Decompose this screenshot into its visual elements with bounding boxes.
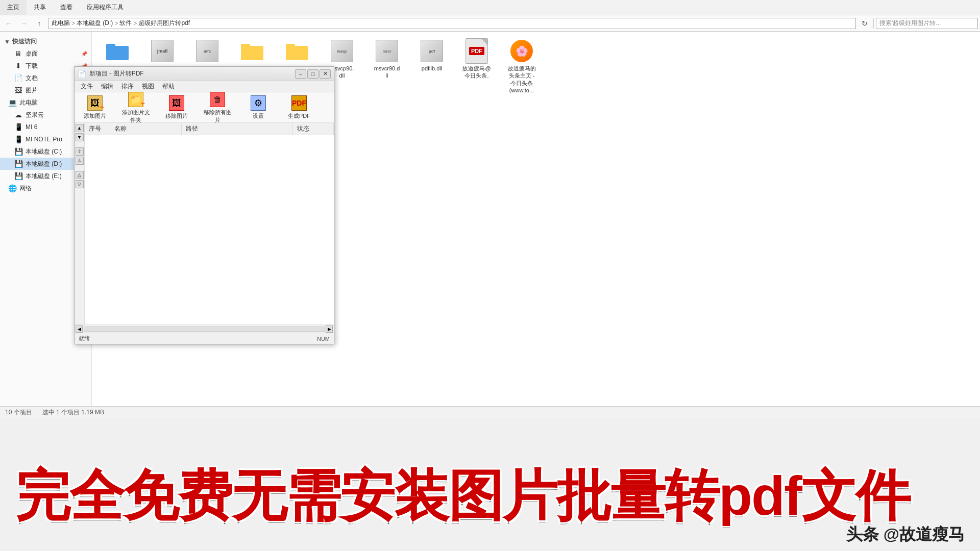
phone-icon-minote: 📱 <box>14 135 22 143</box>
tab-tools[interactable]: 应用程序工具 <box>80 0 131 15</box>
remove-all-icon: 🗑 <box>209 91 226 108</box>
search-box[interactable]: 搜索'超级好用图片转... <box>876 18 978 29</box>
generate-pdf-button[interactable]: PDF 生成PDF <box>284 95 314 120</box>
sidebar-label-desktop: 桌面 <box>26 49 38 58</box>
selected-info: 选中 1 个项目 1.19 MB <box>42 408 104 417</box>
scroll-top-button[interactable]: ⇧ <box>76 147 84 156</box>
list-item[interactable]: 🌸 故道疲马的头条主页 -今日头条(www.to... <box>501 37 542 96</box>
sidebar-item-desktop[interactable]: 🖥 桌面 📌 <box>0 47 91 60</box>
file-label: pdflib.dll <box>422 65 442 72</box>
menu-file[interactable]: 文件 <box>77 81 97 92</box>
address-path[interactable]: 此电脑 > 本地磁盘 (D:) > 软件 > 超级好用图片转pdf <box>48 18 856 29</box>
dialog-minimize-button[interactable]: − <box>295 69 306 79</box>
quick-access-label: 快速访问 <box>12 37 37 46</box>
dialog-title-icon: 📄 <box>78 70 86 78</box>
path-drive: 本地磁盘 (D:) <box>77 19 113 28</box>
sidebar-label-pc: 此电脑 <box>19 98 38 107</box>
scroll-page-up-button[interactable]: △ <box>76 171 84 179</box>
settings-button[interactable]: ⚙ 设置 <box>243 95 274 120</box>
drive-c-icon: 💾 <box>14 147 22 156</box>
hscroll-left-button[interactable]: ◀ <box>76 325 83 333</box>
profile-icon: 🌸 <box>509 39 534 63</box>
list-item[interactable]: mscr msvcr90.dll <box>366 37 407 96</box>
col-header-path: 路径 <box>182 123 293 135</box>
dialog-controls: − □ ✕ <box>295 69 331 79</box>
address-bar: ← → ↑ 此电脑 > 本地磁盘 (D:) > 软件 > 超级好用图片转pdf … <box>0 15 980 32</box>
drive-e-icon: 💾 <box>14 172 22 180</box>
sidebar-label-cloud: 坚果云 <box>26 111 44 119</box>
tab-view[interactable]: 查看 <box>53 0 80 15</box>
menu-edit[interactable]: 编辑 <box>97 81 117 92</box>
remove-image-button[interactable]: 🖼 移除图片 <box>161 95 192 120</box>
tab-home[interactable]: 主页 <box>0 0 27 15</box>
dialog-titlebar: 📄 新项目 - 图片转PDF − □ ✕ <box>75 67 334 81</box>
add-folder-button[interactable]: 📁 + 添加图片文件夹 <box>120 91 151 124</box>
list-item[interactable]: pdf pdflib.dll <box>411 37 452 96</box>
dialog-maximize-button[interactable]: □ <box>307 69 318 79</box>
menu-help[interactable]: 帮助 <box>158 81 179 92</box>
dialog-close-button[interactable]: ✕ <box>320 69 331 79</box>
sidebar-label-minote: MI NOTE Pro <box>26 136 62 143</box>
folder-icon-special <box>105 39 130 63</box>
watermark-sub-text: 头条 @故道瘦马 <box>831 523 980 551</box>
hscroll-track[interactable] <box>84 327 325 332</box>
scroll-up-button[interactable]: ▲ <box>76 124 84 132</box>
pin-icon: 📌 <box>81 51 87 57</box>
dialog-statusbar: 就绪 NUM <box>75 333 334 344</box>
sidebar-label-network: 网络 <box>19 184 32 193</box>
dialog-window: 📄 新项目 - 图片转PDF − □ ✕ 文件 编辑 排序 视图 帮助 🖼 + … <box>74 66 334 344</box>
col-header-num: 序号 <box>85 123 110 135</box>
dialog-hscroll: ◀ ▶ <box>75 324 334 333</box>
scroll-page-down-button[interactable]: ▽ <box>76 180 84 188</box>
tab-share[interactable]: 共享 <box>27 0 53 15</box>
up-button[interactable]: ↑ <box>33 18 46 29</box>
dll-icon-msvcr: mscr <box>375 39 399 63</box>
scroll-bottom-button[interactable]: ⇩ <box>76 157 84 165</box>
col-header-name: 名称 <box>110 123 182 135</box>
path-folder: 超级好用图片转pdf <box>138 19 190 28</box>
image-icon: 🖼 <box>14 86 22 94</box>
generate-pdf-icon: PDF <box>291 95 307 111</box>
settings-icon: ⚙ <box>250 95 266 111</box>
scroll-down-button[interactable]: ▼ <box>76 133 84 141</box>
back-button[interactable]: ← <box>2 18 15 29</box>
dialog-title-text: 新项目 - 图片转PDF <box>89 69 295 78</box>
remove-all-button[interactable]: 🗑 移除所有图片 <box>202 91 233 124</box>
hscroll-right-button[interactable]: ▶ <box>326 325 333 333</box>
search-placeholder: 搜索'超级好用图片转... <box>879 19 941 28</box>
forward-button[interactable]: → <box>17 18 31 29</box>
sidebar-label-image: 图片 <box>26 86 38 95</box>
network-icon: 🌐 <box>8 184 16 192</box>
sidebar-label-drive-d: 本地磁盘 (D:) <box>26 160 62 168</box>
sidebar-label-document: 文档 <box>26 74 38 83</box>
scroll-controls: ▲ ▼ ⇧ ⇩ △ ▽ <box>75 123 85 324</box>
menu-view[interactable]: 视图 <box>138 81 158 92</box>
quick-access-header[interactable]: ▼ 快速访问 <box>0 36 91 47</box>
dialog-list-area: 序号 名称 路径 状态 <box>85 123 334 324</box>
list-item[interactable]: PDF 故道疲马@今日头条. <box>456 37 497 96</box>
dll-icon-mfc90u: mfc <box>195 39 219 63</box>
add-folder-label: 添加图片文件夹 <box>120 109 151 124</box>
refresh-button[interactable]: ↻ <box>858 18 871 29</box>
folder-icon-crt <box>240 39 264 63</box>
dialog-toolbar: 🖼 + 添加图片 📁 + 添加图片文件夹 🖼 移除图片 <box>75 92 334 123</box>
generate-pdf-label: 生成PDF <box>288 112 310 120</box>
pc-icon: 💻 <box>8 98 16 107</box>
list-header: 序号 名称 路径 状态 <box>85 123 334 135</box>
sidebar-label-mi6: MI 6 <box>26 123 37 131</box>
cloud-icon: ☁ <box>14 111 22 119</box>
watermark-banner: 完全免费无需安装图片批量转pdf文件 头条 @故道瘦马 <box>0 418 980 551</box>
ribbon: 主页 共享 查看 应用程序工具 <box>0 0 980 15</box>
file-label: msvcr90.dll <box>374 65 400 80</box>
sidebar-label-download: 下载 <box>26 62 38 70</box>
desktop-icon: 🖥 <box>14 49 22 58</box>
file-label: 故道疲马的头条主页 -今日头条(www.to... <box>508 65 536 94</box>
dialog-status-right: NUM <box>317 336 330 342</box>
drive-d-icon: 💾 <box>14 160 22 168</box>
remove-all-label: 移除所有图片 <box>202 109 233 124</box>
dll-icon-msvcp: mscp <box>330 39 354 63</box>
add-image-button[interactable]: 🖼 + 添加图片 <box>80 95 110 120</box>
menu-sort[interactable]: 排序 <box>117 81 138 92</box>
status-bar: 10 个项目 选中 1 个项目 1.19 MB <box>0 406 980 418</box>
remove-image-icon: 🖼 <box>168 95 185 111</box>
